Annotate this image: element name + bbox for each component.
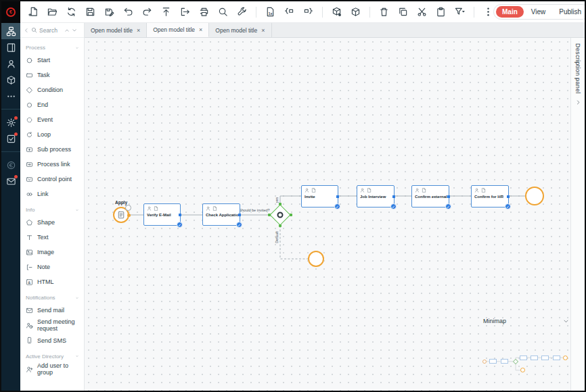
gateway-port-left[interactable] — [268, 214, 271, 216]
rail-item-user-icon[interactable] — [1, 55, 20, 72]
undo-icon[interactable] — [123, 7, 133, 17]
folder-icon[interactable] — [47, 7, 58, 17]
rail-item-mail-icon[interactable] — [1, 173, 20, 189]
rail-item-package-icon[interactable] — [1, 72, 20, 88]
rail-item-workflow-icon[interactable] — [1, 23, 20, 39]
description-panel-expand-icon[interactable] — [575, 99, 581, 105]
chevron-down-icon — [74, 295, 80, 301]
palette-item-image[interactable]: Image — [26, 245, 81, 260]
package-gear-icon[interactable] — [332, 7, 342, 17]
notification-badge — [14, 175, 18, 178]
start-node[interactable] — [113, 207, 129, 223]
search-next-icon[interactable] — [72, 28, 77, 33]
package-icon[interactable] — [351, 7, 361, 17]
model-tab-1[interactable]: Open model title× — [85, 23, 147, 37]
palette-item-add-user-to-group[interactable]: Add user to group — [26, 362, 81, 377]
connector-port[interactable] — [238, 214, 241, 216]
palette-item-link[interactable]: Link — [26, 187, 81, 201]
redo-icon[interactable] — [142, 7, 152, 17]
palette-item-note[interactable]: Note — [26, 260, 81, 274]
file-plus-icon[interactable] — [28, 7, 39, 17]
gateway-node[interactable] — [269, 204, 291, 226]
palette-item-send-sms[interactable]: Send SMS — [26, 333, 81, 348]
task-node-job-interview[interactable]: Job Interview✓ — [357, 185, 395, 207]
section-header-info[interactable]: Info — [26, 207, 80, 213]
minimap-collapse-icon[interactable] — [563, 318, 569, 324]
rail-item-more-icon[interactable] — [1, 88, 20, 104]
palette-search-bar — [20, 23, 84, 38]
rail-item-tasks-icon[interactable] — [1, 130, 20, 147]
export-icon[interactable] — [180, 7, 190, 17]
palette-item-task[interactable]: Task — [26, 68, 81, 82]
section-header-process[interactable]: Process — [26, 45, 80, 51]
print-icon[interactable] — [199, 7, 209, 17]
gateway-port-bottom[interactable] — [279, 224, 281, 227]
fill-caret-icon[interactable] — [455, 7, 465, 17]
search-icon[interactable] — [218, 7, 228, 17]
task-node-check-application[interactable]: Check Application✓ — [202, 203, 240, 226]
model-tab-2[interactable]: Open model title× — [147, 23, 209, 37]
view-button[interactable]: View — [525, 6, 552, 18]
palette-item-control-point[interactable]: Control point — [26, 172, 81, 187]
tab-close-icon[interactable]: × — [137, 27, 140, 34]
save-as-icon[interactable] — [104, 7, 114, 17]
rail-divider — [1, 151, 20, 152]
minimap-node — [520, 356, 527, 360]
palette-item-text[interactable]: Text — [26, 230, 81, 245]
svg-text:1x: 1x — [269, 11, 273, 16]
connector-port[interactable] — [179, 214, 181, 216]
task-node-verify-e-mail[interactable]: Verify E-Mail✓ — [143, 203, 181, 226]
palette-item-send-mail[interactable]: Send mail — [26, 303, 81, 318]
task-node-confirm-for-hr[interactable]: Confirm for HR✓ — [471, 185, 509, 207]
palette-item-sub-process[interactable]: Sub process — [26, 142, 81, 157]
palette-item-start[interactable]: Start — [26, 53, 81, 68]
wrench-icon[interactable] — [237, 7, 247, 17]
search-prev-icon[interactable] — [64, 28, 70, 33]
doc-1x-icon[interactable]: 1x — [265, 7, 275, 17]
upload-icon[interactable] — [161, 7, 171, 17]
publish-button[interactable]: Publish — [553, 6, 586, 18]
diagram-canvas[interactable]: Should be invited?yesDefaultApplyVerify … — [85, 38, 570, 391]
palette-item-process-link[interactable]: Process link — [26, 157, 81, 172]
palette-item-loop[interactable]: Loop — [26, 127, 81, 142]
connector-port[interactable] — [336, 195, 339, 198]
palette-item-html[interactable]: &HTML — [26, 274, 81, 289]
section-header-notifications[interactable]: Notifications — [26, 295, 80, 301]
search-input[interactable] — [39, 27, 62, 34]
connector-port[interactable] — [127, 214, 131, 217]
palette-item-condition[interactable]: Condition — [26, 82, 81, 97]
rail-item-book-icon[interactable] — [1, 39, 20, 55]
connector-port[interactable] — [507, 195, 510, 198]
end-node[interactable] — [525, 187, 544, 205]
description-panel-strip[interactable]: Description panel — [570, 38, 585, 391]
collapse-panel-icon[interactable] — [24, 28, 29, 33]
distribute-h-icon[interactable] — [284, 7, 294, 17]
rail-item-settings-icon[interactable] — [1, 114, 20, 130]
palette-item-event[interactable]: Event — [26, 112, 81, 127]
copy-icon[interactable] — [398, 7, 408, 17]
palette-item-end[interactable]: End — [26, 97, 81, 112]
connector-port[interactable] — [392, 195, 395, 198]
trash-icon[interactable] — [379, 7, 389, 17]
end-node[interactable] — [308, 251, 324, 267]
palette-item-send-meeting-request[interactable]: Send meeting request — [26, 318, 81, 333]
model-tab-3[interactable]: Open model title× — [209, 23, 271, 37]
kebab-icon[interactable] — [483, 7, 493, 17]
section-header-active-directory[interactable]: Active Directory — [26, 353, 80, 360]
tab-close-icon[interactable]: × — [199, 26, 202, 33]
rail-item-coin-icon[interactable] — [1, 157, 20, 173]
tab-close-icon[interactable]: × — [261, 27, 265, 34]
paste-icon[interactable] — [436, 7, 446, 17]
app-logo[interactable]: € — [1, 1, 20, 23]
gateway-port-top[interactable] — [279, 203, 281, 205]
connector-port[interactable] — [447, 195, 450, 198]
palette-item-shape[interactable]: Shape — [26, 215, 81, 230]
distribute-v-icon[interactable] — [303, 7, 313, 17]
task-node-invite[interactable]: Invite✓ — [301, 185, 338, 207]
save-icon[interactable] — [85, 7, 95, 17]
task-node-confirm-external[interactable]: Confirm external✓ — [411, 185, 449, 207]
sync-icon[interactable] — [66, 7, 76, 17]
cut-icon[interactable] — [417, 7, 427, 17]
main-button[interactable]: Main — [496, 6, 524, 18]
gateway-port-right[interactable] — [290, 214, 292, 216]
